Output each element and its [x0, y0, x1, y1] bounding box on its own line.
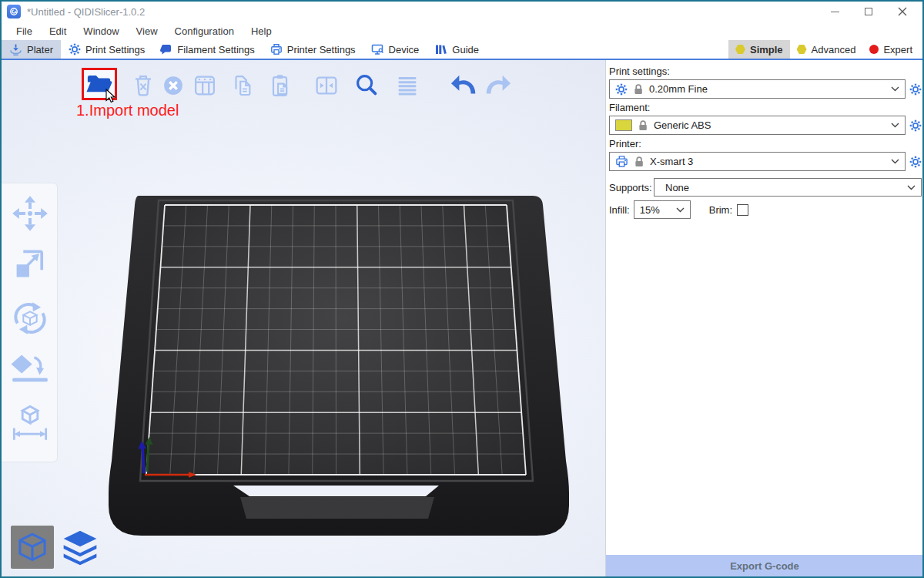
tab-device[interactable]: Device	[363, 40, 427, 59]
lock-icon	[634, 83, 643, 95]
menu-window[interactable]: Window	[75, 22, 127, 40]
variable-layer-height-button[interactable]	[392, 71, 423, 100]
filament-combo[interactable]: Generic ABS	[609, 116, 906, 135]
arrange-button[interactable]	[189, 71, 220, 100]
close-icon	[898, 7, 907, 16]
gear-icon	[909, 156, 922, 168]
copy-icon	[226, 71, 261, 100]
paste-button[interactable]	[265, 71, 296, 100]
variable-layer-height-icon	[392, 71, 423, 100]
printer-edit-button[interactable]	[909, 156, 922, 168]
place-on-face-tool-button[interactable]	[11, 350, 49, 388]
search-icon	[351, 71, 382, 100]
delete-all-button[interactable]	[158, 71, 189, 100]
preview-view-button[interactable]	[59, 527, 102, 570]
chevron-down-icon	[907, 185, 916, 190]
menu-file[interactable]: File	[8, 22, 41, 40]
menu-help[interactable]: Help	[243, 22, 280, 40]
maximize-icon	[865, 8, 872, 15]
scale-tool-button[interactable]	[11, 244, 49, 282]
tab-printer-settings[interactable]: Printer Settings	[263, 40, 363, 59]
supports-combo[interactable]: None	[654, 178, 922, 197]
editor-view-button[interactable]	[11, 526, 54, 569]
mode-label: Simple	[750, 44, 783, 55]
bed-handle-cutout	[233, 486, 439, 496]
maximize-button[interactable]	[852, 2, 886, 22]
build-plate-3d-view[interactable]	[2, 60, 605, 576]
lock-icon	[634, 156, 644, 167]
gear-icon	[909, 119, 922, 132]
preset-gear-icon	[615, 83, 628, 96]
mode-switcher: Simple Advanced Expert	[728, 40, 922, 59]
minimize-button[interactable]	[818, 2, 852, 22]
print-settings-combo[interactable]: 0.20mm Fine	[609, 79, 906, 99]
chevron-down-icon	[891, 123, 899, 128]
place-on-face-icon	[11, 350, 49, 388]
tab-bar: Plater Print Settings Filament Settings …	[2, 40, 922, 60]
mode-expert[interactable]: Expert	[862, 40, 919, 59]
app-logo-icon	[7, 5, 21, 18]
rotate-icon	[11, 299, 49, 338]
redo-button[interactable]	[481, 71, 512, 100]
plater-icon	[9, 43, 22, 56]
minimize-icon	[831, 12, 839, 12]
filament-color-swatch	[615, 119, 632, 131]
arrange-icon	[189, 71, 220, 100]
printer-combo[interactable]: X-smart 3	[609, 152, 906, 171]
simple-mode-icon	[735, 45, 745, 54]
tab-filament-settings[interactable]: Filament Settings	[152, 40, 262, 59]
settings-panel: Print settings: 0.20mm Fine Filament: Ge…	[605, 60, 922, 576]
menu-edit[interactable]: Edit	[41, 22, 75, 40]
close-button[interactable]	[886, 2, 919, 22]
supports-label: Supports:	[609, 182, 654, 193]
printer-icon	[615, 155, 628, 168]
tab-print-settings[interactable]: Print Settings	[61, 40, 152, 59]
chevron-down-icon	[891, 86, 899, 92]
delete-button[interactable]	[128, 71, 159, 100]
print-settings-value: 0.20mm Fine	[649, 83, 885, 95]
chevron-down-icon	[891, 159, 899, 164]
app-window: *Untitled - QIDISlicer-1.0.2 File Edit W…	[0, 0, 924, 578]
measure-icon	[11, 404, 49, 442]
copy-button[interactable]	[224, 71, 263, 100]
viewport-3d[interactable]: 1.Import model	[2, 60, 605, 576]
rotate-tool-button[interactable]	[11, 299, 49, 338]
undo-button[interactable]	[450, 71, 480, 100]
lock-icon	[638, 119, 648, 131]
menu-view[interactable]: View	[128, 22, 166, 40]
print-settings-label: Print settings:	[609, 66, 922, 77]
tab-label: Guide	[452, 44, 479, 55]
mode-simple[interactable]: Simple	[728, 40, 790, 59]
tab-guide[interactable]: Guide	[427, 40, 487, 59]
print-settings-edit-button[interactable]	[909, 83, 922, 96]
title-bar: *Untitled - QIDISlicer-1.0.2	[2, 2, 922, 22]
split-objects-button[interactable]	[311, 71, 342, 100]
window-controls	[818, 2, 919, 22]
mode-advanced[interactable]: Advanced	[790, 40, 863, 59]
infill-combo[interactable]: 15%	[634, 200, 691, 219]
tab-label: Printer Settings	[287, 44, 356, 55]
measure-tool-button[interactable]	[11, 404, 49, 442]
filament-edit-button[interactable]	[909, 119, 922, 132]
split-objects-icon	[311, 71, 342, 100]
z-axis-arrow	[142, 447, 144, 473]
import-highlight-box	[82, 68, 117, 100]
advanced-mode-icon	[797, 45, 807, 54]
filament-settings-icon	[160, 43, 172, 55]
paste-icon	[265, 71, 296, 100]
move-tool-button[interactable]	[11, 194, 49, 233]
menu-bar: File Edit Window View Configuration Help	[2, 22, 922, 40]
search-button[interactable]	[351, 71, 382, 100]
export-gcode-button[interactable]: Export G-code	[606, 555, 923, 576]
gear-icon	[909, 83, 922, 96]
scale-icon	[11, 244, 49, 282]
tab-plater[interactable]: Plater	[2, 40, 61, 59]
preview-layers-icon	[60, 529, 100, 569]
move-icon	[11, 194, 49, 233]
y-axis-arrow	[147, 442, 149, 472]
tab-label: Print Settings	[85, 44, 145, 55]
tab-label: Filament Settings	[177, 44, 254, 55]
menu-configuration[interactable]: Configuration	[166, 22, 243, 40]
side-tool-panel	[2, 183, 58, 462]
brim-checkbox[interactable]	[737, 204, 748, 216]
